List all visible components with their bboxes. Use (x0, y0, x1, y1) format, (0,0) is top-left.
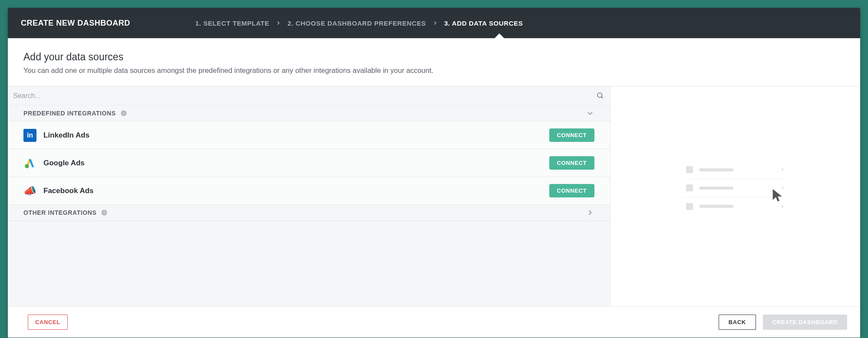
search-icon (596, 92, 604, 99)
chevron-right-icon (275, 20, 281, 26)
cancel-button[interactable]: CANCEL (28, 315, 68, 330)
intro-section: Add your data sources You can add one or… (8, 38, 860, 86)
svg-point-0 (597, 93, 602, 98)
placeholder-column (611, 86, 860, 306)
create-dashboard-modal: CREATE NEW DASHBOARD 1. SELECT TEMPLATE … (8, 8, 860, 338)
info-icon[interactable]: i (120, 110, 127, 117)
chevron-right-icon (780, 167, 785, 172)
back-button[interactable]: BACK (719, 315, 756, 330)
section-predefined-label: PREDEFINED INTEGRATIONS (23, 110, 116, 117)
section-other-label: OTHER INTEGRATIONS (23, 209, 96, 216)
wizard-steps: 1. SELECT TEMPLATE 2. CHOOSE DASHBOARD P… (195, 20, 523, 27)
linkedin-icon: in (23, 129, 36, 142)
create-dashboard-button[interactable]: CREATE DASHBOARD (763, 315, 847, 330)
integration-row-linkedin: in LinkedIn Ads CONNECT (8, 121, 610, 149)
placeholder-row (683, 161, 788, 179)
search-input[interactable] (8, 86, 610, 105)
section-predefined-header[interactable]: PREDEFINED INTEGRATIONS i (8, 105, 610, 121)
placeholder-illustration (683, 161, 788, 232)
connect-button-linkedin[interactable]: CONNECT (549, 128, 594, 142)
connect-button-google[interactable]: CONNECT (549, 156, 594, 170)
info-icon[interactable]: i (101, 209, 108, 216)
integrations-list: PREDEFINED INTEGRATIONS i in LinkedIn Ad… (8, 105, 610, 306)
integration-name-linkedin: LinkedIn Ads (43, 131, 89, 140)
search-wrapper (8, 86, 610, 105)
svg-point-4 (25, 164, 29, 168)
wizard-step-2[interactable]: 2. CHOOSE DASHBOARD PREFERENCES (287, 20, 426, 27)
modal-footer: CANCEL BACK CREATE DASHBOARD (8, 307, 860, 338)
connect-button-facebook[interactable]: CONNECT (549, 184, 594, 197)
content-row: PREDEFINED INTEGRATIONS i in LinkedIn Ad… (8, 86, 860, 307)
wizard-step-1[interactable]: 1. SELECT TEMPLATE (195, 20, 270, 27)
modal-body: Add your data sources You can add one or… (8, 38, 860, 307)
chevron-down-icon (586, 109, 594, 118)
svg-line-1 (601, 97, 603, 98)
modal-header: CREATE NEW DASHBOARD 1. SELECT TEMPLATE … (8, 8, 860, 38)
google-ads-icon (23, 157, 36, 170)
intro-title: Add your data sources (23, 51, 845, 63)
intro-subtitle: You can add one or multiple data sources… (23, 66, 845, 75)
cursor-icon (770, 188, 861, 204)
chevron-right-icon (586, 208, 594, 217)
integration-name-facebook: Facebook Ads (43, 187, 94, 195)
wizard-active-caret (494, 33, 505, 39)
integration-name-google: Google Ads (43, 159, 85, 167)
wizard-step-3[interactable]: 3. ADD DATA SOURCES (444, 20, 523, 27)
modal-title: CREATE NEW DASHBOARD (21, 19, 130, 28)
integrations-column: PREDEFINED INTEGRATIONS i in LinkedIn Ad… (8, 86, 611, 306)
megaphone-icon: 📣 (23, 184, 36, 197)
section-other-header[interactable]: OTHER INTEGRATIONS i (8, 205, 610, 221)
integration-row-facebook: 📣 Facebook Ads CONNECT (8, 177, 610, 205)
integration-row-google: Google Ads CONNECT (8, 149, 610, 177)
chevron-right-icon (780, 204, 785, 209)
chevron-right-icon (432, 20, 438, 26)
